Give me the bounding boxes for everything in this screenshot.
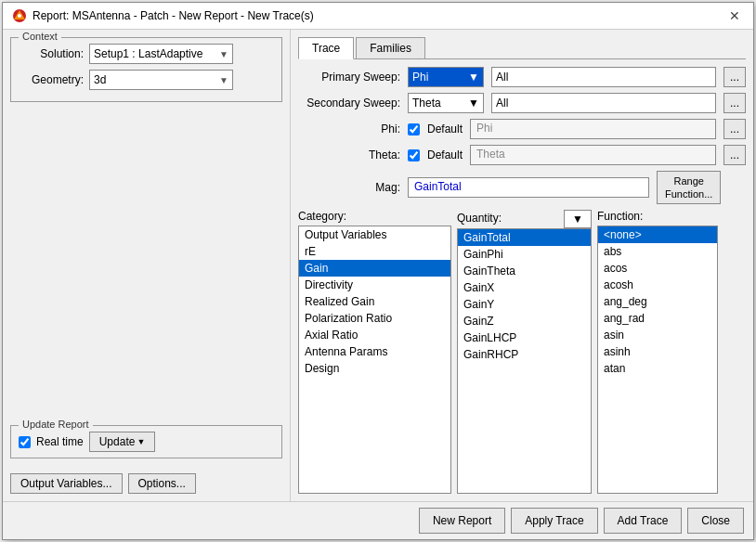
- list-item[interactable]: GainRHCP: [458, 346, 591, 363]
- list-item[interactable]: acosh: [598, 277, 717, 293]
- list-item[interactable]: GainX: [458, 279, 591, 296]
- list-item[interactable]: acos: [598, 260, 717, 277]
- list-item[interactable]: Axial Ratio: [299, 327, 450, 343]
- phi-default-label: Default: [427, 123, 463, 136]
- lists-row: Category: Output Variables rE Gain Direc…: [298, 210, 746, 494]
- list-item[interactable]: Directivity: [299, 277, 450, 293]
- list-item[interactable]: ang_deg: [598, 293, 717, 310]
- solution-row: Solution: Setup1 : LastAdaptive ▼: [19, 44, 274, 64]
- app-icon: [12, 8, 27, 23]
- theta-row: Theta: Default Theta ...: [298, 145, 746, 165]
- list-item[interactable]: Antenna Params: [299, 343, 450, 360]
- secondary-all-input[interactable]: All: [491, 93, 716, 113]
- dialog-footer: New Report Apply Trace Add Trace Close: [3, 501, 753, 539]
- theta-default-label: Default: [427, 148, 463, 161]
- list-item[interactable]: atan: [598, 360, 717, 377]
- bottom-left-buttons: Output Variables... Options...: [10, 466, 282, 494]
- trace-content: Primary Sweep: Phi ▼ All ... Secondary S…: [298, 67, 746, 494]
- realtime-row: Real time Update ▼: [19, 432, 274, 452]
- geometry-value: 3d: [94, 73, 106, 86]
- primary-all-value: All: [496, 71, 508, 84]
- tab-trace[interactable]: Trace: [298, 37, 354, 59]
- dialog-body: Context Solution: Setup1 : LastAdaptive …: [3, 30, 753, 501]
- quantity-header-label: Quantity:: [457, 212, 502, 225]
- secondary-all-value: All: [496, 97, 508, 110]
- range-function-button[interactable]: Range Function...: [657, 171, 721, 204]
- primary-dots-button[interactable]: ...: [723, 67, 746, 87]
- list-item[interactable]: asinh: [598, 343, 717, 360]
- apply-trace-button[interactable]: Apply Trace: [511, 508, 597, 534]
- secondary-sweep-value: Theta: [412, 97, 441, 110]
- solution-label: Solution:: [19, 47, 84, 60]
- add-trace-button[interactable]: Add Trace: [604, 508, 683, 534]
- theta-label: Theta:: [298, 148, 400, 161]
- list-item[interactable]: <none>: [598, 226, 717, 243]
- update-report-label: Update Report: [19, 419, 93, 430]
- primary-sweep-row: Primary Sweep: Phi ▼ All ...: [298, 67, 746, 87]
- function-column: Function: <none> abs acos acosh ang_deg …: [597, 210, 718, 494]
- list-item[interactable]: Realized Gain: [299, 293, 450, 310]
- phi-dots-button[interactable]: ...: [723, 119, 746, 139]
- dialog-title: Report: MSAntenna - Patch - New Report -…: [33, 9, 314, 22]
- quantity-column: Quantity: ▼ GainTotal GainPhi GainTheta …: [457, 210, 592, 494]
- list-item[interactable]: GainTheta: [458, 263, 591, 279]
- list-item[interactable]: ang_rad: [598, 310, 717, 327]
- primary-all-input[interactable]: All: [491, 67, 716, 87]
- realtime-label: Real time: [36, 435, 84, 448]
- list-item[interactable]: rE: [299, 243, 450, 260]
- geometry-row: Geometry: 3d ▼: [19, 70, 274, 90]
- secondary-dots-button[interactable]: ...: [723, 93, 746, 113]
- list-item[interactable]: GainZ: [458, 313, 591, 329]
- solution-value: Setup1 : LastAdaptive: [94, 47, 202, 60]
- list-item[interactable]: GainTotal: [458, 229, 591, 246]
- solution-arrow: ▼: [219, 49, 228, 59]
- secondary-sweep-label: Secondary Sweep:: [298, 97, 400, 110]
- mag-input[interactable]: GainTotal: [408, 177, 649, 198]
- list-item[interactable]: GainPhi: [458, 246, 591, 263]
- list-item[interactable]: GainLHCP: [458, 329, 591, 346]
- update-report-group: Update Report Real time Update ▼: [10, 425, 282, 458]
- geometry-dropdown[interactable]: 3d ▼: [89, 70, 233, 90]
- category-list[interactable]: Output Variables rE Gain Directivity Rea…: [298, 226, 451, 494]
- context-group: Context Solution: Setup1 : LastAdaptive …: [10, 37, 282, 102]
- function-list[interactable]: <none> abs acos acosh ang_deg ang_rad as…: [597, 226, 718, 494]
- list-item[interactable]: Gain: [299, 260, 450, 277]
- update-button[interactable]: Update ▼: [89, 432, 156, 452]
- list-item[interactable]: abs: [598, 243, 717, 260]
- mag-label: Mag:: [298, 181, 400, 194]
- primary-sweep-dropdown[interactable]: Phi ▼: [408, 67, 484, 87]
- output-variables-button[interactable]: Output Variables...: [10, 473, 123, 494]
- geometry-arrow: ▼: [219, 75, 228, 85]
- tab-families[interactable]: Families: [356, 37, 425, 58]
- quantity-header-row: Quantity: ▼: [457, 210, 592, 228]
- theta-dots-button[interactable]: ...: [723, 145, 746, 165]
- list-item[interactable]: Design: [299, 360, 450, 377]
- title-bar-left: Report: MSAntenna - Patch - New Report -…: [12, 8, 314, 23]
- theta-default-checkbox[interactable]: [408, 149, 420, 161]
- list-item[interactable]: Polarization Ratio: [299, 310, 450, 327]
- list-item[interactable]: asin: [598, 327, 717, 343]
- new-report-button[interactable]: New Report: [419, 508, 505, 534]
- quantity-sort-dropdown[interactable]: ▼: [564, 210, 592, 228]
- context-label: Context: [19, 31, 61, 42]
- right-panel: Trace Families Primary Sweep: Phi ▼ All: [291, 30, 753, 501]
- left-panel: Context Solution: Setup1 : LastAdaptive …: [3, 30, 291, 501]
- category-header: Category:: [298, 210, 451, 223]
- close-button[interactable]: ✕: [725, 8, 744, 23]
- svg-point-2: [18, 14, 21, 18]
- quantity-list[interactable]: GainTotal GainPhi GainTheta GainX GainY …: [457, 228, 592, 494]
- list-item[interactable]: Output Variables: [299, 226, 450, 243]
- qty-arrow: ▼: [572, 213, 583, 226]
- phi-default-checkbox[interactable]: [408, 123, 420, 136]
- primary-sweep-arrow: ▼: [468, 71, 479, 84]
- primary-sweep-value: Phi: [412, 71, 428, 84]
- theta-input[interactable]: Theta: [470, 145, 716, 165]
- options-button[interactable]: Options...: [128, 473, 196, 494]
- solution-dropdown[interactable]: Setup1 : LastAdaptive ▼: [89, 44, 233, 64]
- list-item[interactable]: GainY: [458, 296, 591, 313]
- phi-input[interactable]: Phi: [470, 119, 716, 139]
- mag-row: Mag: GainTotal Range Function...: [298, 171, 746, 204]
- realtime-checkbox[interactable]: [19, 436, 31, 448]
- secondary-sweep-dropdown[interactable]: Theta ▼: [408, 93, 484, 113]
- close-dialog-button[interactable]: Close: [687, 508, 744, 534]
